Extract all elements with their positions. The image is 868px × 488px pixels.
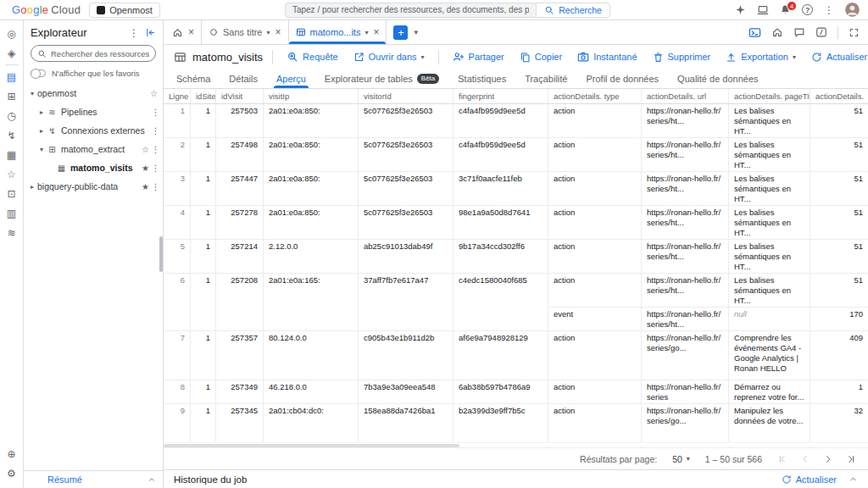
star-outline-icon[interactable]: ☆ <box>142 145 149 154</box>
more-vert-icon[interactable]: ⋮ <box>151 181 159 191</box>
close-icon[interactable]: × <box>275 26 281 38</box>
snapshot-button[interactable]: Instantané <box>570 45 644 69</box>
previous-page-icon[interactable] <box>800 454 810 464</box>
subtab-d-tails[interactable]: Détails <box>220 69 267 88</box>
subtab-aper-u[interactable]: Aperçu <box>267 69 315 88</box>
subtab-explorateur-de-tables[interactable]: Explorateur de tablesBêta <box>315 69 448 88</box>
star-outline-icon[interactable]: ☆ <box>150 89 158 98</box>
copy-button[interactable]: Copier <box>512 45 570 69</box>
table-explorer-icon[interactable]: ▦ <box>0 145 23 164</box>
chevron-down-icon[interactable]: ▾ <box>36 146 47 153</box>
more-options-icon[interactable]: ⋮ <box>824 4 834 16</box>
avatar[interactable] <box>845 3 860 17</box>
tab-untitled-query[interactable]: Sans titre ▾ × <box>202 20 289 44</box>
project-picker-button[interactable]: Openmost <box>89 3 160 18</box>
summary-bar[interactable]: Résumé <box>24 470 163 488</box>
scrollbar-thumb[interactable] <box>164 444 459 447</box>
chevron-down-icon[interactable]: ▾ <box>266 29 270 36</box>
global-search-input[interactable] <box>292 5 529 14</box>
star-filled-icon[interactable]: ★ <box>142 182 149 191</box>
column-header-idsite[interactable]: idSite <box>191 89 216 103</box>
export-button[interactable]: Exportation ▾ <box>718 45 804 69</box>
share-button[interactable]: Partager <box>445 45 512 69</box>
column-header-actiondetails-pagetitle[interactable]: actionDetails. pageTitle <box>729 89 810 103</box>
compass-icon[interactable]: ◎ <box>0 24 23 43</box>
feedback-chat-icon[interactable] <box>793 26 805 38</box>
fullscreen-icon[interactable] <box>849 27 860 38</box>
next-page-icon[interactable] <box>823 454 833 464</box>
chevron-down-icon[interactable]: ▾ <box>27 90 37 97</box>
column-header-actiondetails-url[interactable]: actionDetails. url <box>642 89 729 103</box>
expand-panel-icon[interactable] <box>849 474 858 484</box>
delete-button[interactable]: Supprimer <box>645 45 719 69</box>
column-header-actiondetails[interactable]: actionDetails. <box>810 89 868 103</box>
sql-workspace-icon[interactable]: ▤ <box>0 67 23 86</box>
column-header-actiondetails-type[interactable]: actionDetails. type <box>548 89 642 103</box>
chevron-down-icon[interactable]: ▾ <box>364 29 368 36</box>
jobs-icon[interactable]: ⊡ <box>0 184 23 203</box>
last-page-icon[interactable] <box>846 454 856 464</box>
query-button[interactable]: Requête <box>279 45 346 69</box>
tree-item-matomo-extract[interactable]: ▾⊞matomo_extract☆⋮ <box>24 140 163 158</box>
tools-icon[interactable]: ⊕ <box>0 444 23 463</box>
subtab-statistiques[interactable]: Statistiques <box>448 69 515 88</box>
job-history-bar[interactable]: Historique du job Actualiser <box>164 469 868 488</box>
explorer-scrollbar[interactable] <box>159 236 163 272</box>
tab-matomo-visits[interactable]: matomo...its ▾ × <box>289 20 387 44</box>
tree-item-connexions-externes[interactable]: ▸↯Connexions externes⋮ <box>24 121 163 140</box>
horizontal-scrollbar[interactable] <box>164 442 868 447</box>
subtab-sch-ma[interactable]: Schéma <box>167 69 220 88</box>
settings-icon[interactable]: ⚙ <box>0 463 23 483</box>
chevron-right-icon[interactable]: ▸ <box>36 127 47 135</box>
notifications-bell[interactable]: 4 <box>780 4 791 15</box>
subtab-profil-de-donn-es[interactable]: Profil de données <box>576 69 668 88</box>
column-header-ligne[interactable]: Ligne <box>164 89 191 103</box>
more-vert-icon[interactable]: ⋮ <box>151 163 159 173</box>
cloud-shell-terminal-icon[interactable] <box>748 26 761 39</box>
data-transfers-icon[interactable]: ↯ <box>0 125 23 145</box>
favorites-toggle[interactable] <box>31 69 46 77</box>
chevron-right-icon[interactable]: ▸ <box>27 183 37 191</box>
more-vert-icon[interactable]: ⋮ <box>151 107 159 117</box>
explorer-menu-icon[interactable]: ⋮ <box>129 27 139 39</box>
home-icon[interactable] <box>771 26 783 38</box>
google-cloud-logo[interactable]: Google Cloud <box>12 3 81 16</box>
tree-item-openmost[interactable]: ▾openmost☆ <box>24 84 163 103</box>
chevron-right-icon[interactable]: ▸ <box>36 108 47 116</box>
pin-icon[interactable]: ◈ <box>0 43 23 63</box>
first-page-icon[interactable] <box>777 454 787 464</box>
job-history-refresh-button[interactable]: Actualiser <box>782 474 837 485</box>
column-header-idvisit[interactable]: idVisit <box>216 89 264 103</box>
column-header-visitip[interactable]: visitIp <box>264 89 359 103</box>
subtab-qualit-de-donn-es[interactable]: Qualité de données <box>668 69 767 88</box>
tab-overflow-icon[interactable]: ▾ <box>414 28 418 36</box>
tree-item-bigquery-public-data[interactable]: ▸bigquery-public-data★⋮ <box>24 177 163 196</box>
collapse-panel-icon[interactable] <box>145 27 156 38</box>
tab-home[interactable]: × <box>165 20 202 44</box>
star-filled-icon[interactable]: ★ <box>142 164 149 173</box>
close-icon[interactable]: × <box>188 26 194 38</box>
new-tab-button[interactable]: + <box>393 25 408 40</box>
open-in-button[interactable]: Ouvrir dans ▾ <box>346 45 432 69</box>
scheduled-queries-icon[interactable]: ◷ <box>0 106 23 125</box>
monitoring-icon[interactable]: ▥ <box>0 203 23 223</box>
pipelines-icon[interactable]: ≋ <box>0 223 23 242</box>
refresh-button[interactable]: Actualiser <box>804 45 868 69</box>
column-header-visitorid[interactable]: visitorId <box>359 89 453 103</box>
search-button[interactable]: Recherche <box>536 3 610 18</box>
tree-item-pipelines[interactable]: ▸≋Pipelines⋮ <box>24 103 163 121</box>
more-vert-icon[interactable]: ⋮ <box>151 144 159 154</box>
column-header-fingerprint[interactable]: fingerprint <box>453 89 548 103</box>
subtab-tra-abilit[interactable]: Traçabilité <box>515 69 576 88</box>
more-vert-icon[interactable]: ⋮ <box>151 125 159 136</box>
console-icon[interactable] <box>757 4 769 16</box>
page-size-select[interactable]: 50 ▾ <box>672 454 690 464</box>
starred-icon[interactable]: ☆ <box>0 164 23 184</box>
gemini-sparkle-icon[interactable] <box>735 4 746 15</box>
explorer-search-input[interactable] <box>51 49 149 58</box>
tree-item-matomo-visits[interactable]: ▦matomo_visits★⋮ <box>24 158 163 177</box>
help-icon[interactable]: ? <box>802 4 813 15</box>
keyboard-shortcut-icon[interactable] <box>815 26 827 38</box>
datasets-icon[interactable]: ⊞ <box>0 86 23 106</box>
close-icon[interactable]: × <box>373 26 379 38</box>
